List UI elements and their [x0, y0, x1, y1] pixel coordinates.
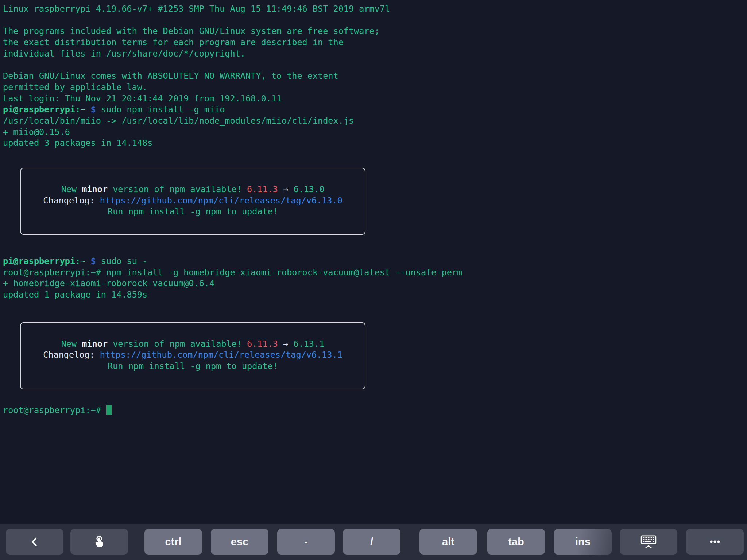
terminal-text-segment: Run npm install -g npm to update!: [108, 361, 278, 371]
key-label: esc: [231, 536, 248, 548]
key-back[interactable]: [6, 529, 63, 555]
terminal-app-screen: Linux raspberrypi 4.19.66-v7+ #1253 SMP …: [0, 0, 747, 560]
terminal-text-segment: 6.13.0: [293, 184, 324, 194]
terminal-line: + miio@0.15.6: [3, 127, 747, 138]
terminal-text-segment: sudo su -: [96, 256, 147, 266]
terminal-text-segment: + miio@0.15.6: [3, 127, 70, 137]
terminal-text-segment: →: [278, 339, 293, 349]
terminal-text-segment: updated 3 packages in 14.148s: [3, 138, 152, 148]
terminal-text-segment: Linux raspberrypi 4.19.66-v7+ #1253 SMP …: [3, 4, 390, 14]
terminal-spacer: [3, 389, 747, 405]
ellipsis-icon: [708, 534, 722, 549]
terminal-text-segment: updated 1 package in 14.859s: [3, 289, 147, 300]
terminal-text-segment: Last login: Thu Nov 21 20:41:44 2019 fro…: [3, 93, 282, 104]
terminal-line: the exact distribution terms for each pr…: [3, 37, 747, 48]
key-more[interactable]: [686, 529, 744, 555]
terminal-text-segment: ~: [80, 256, 85, 266]
terminal-text-segment: the exact distribution terms for each pr…: [3, 37, 344, 47]
terminal-text-segment: →: [278, 184, 293, 194]
terminal-text-segment: New: [61, 184, 82, 194]
key-label: -: [304, 536, 308, 548]
terminal-line: + homebridge-xiaomi-roborock-vacuum@0.6.…: [3, 278, 747, 289]
notice-line: Changelog: https://github.com/npm/cli/re…: [21, 349, 365, 361]
terminal-spacer: [3, 235, 747, 256]
changelog-link[interactable]: https://github.com/npm/cli/releases/tag/…: [100, 350, 342, 360]
terminal-text-segment: :: [75, 256, 80, 266]
keyboard-show-icon: [640, 534, 657, 549]
terminal-text-segment: Debian GNU/Linux comes with ABSOLUTELY N…: [3, 71, 338, 81]
chevron-left-icon: [28, 535, 41, 548]
terminal-line: permitted by applicable law.: [3, 82, 747, 93]
terminal-line: pi@raspberrypi:~ $ sudo su -: [3, 256, 747, 267]
tap-icon: [92, 534, 107, 549]
key-keyboard[interactable]: [620, 529, 677, 555]
terminal-screen[interactable]: Linux raspberrypi 4.19.66-v7+ #1253 SMP …: [0, 0, 747, 524]
terminal-text-segment: minor: [82, 184, 108, 194]
terminal-text-segment: The programs included with the Debian GN…: [3, 26, 380, 36]
terminal-blank-line: [3, 15, 747, 26]
terminal-text-segment: Changelog:: [43, 195, 100, 206]
terminal-text-segment: [85, 256, 90, 266]
notice-line: New minor version of npm available! 6.11…: [21, 184, 365, 195]
key-ctrl[interactable]: ctrl: [144, 529, 202, 555]
terminal-text-segment: pi@raspberrypi: [3, 104, 75, 114]
key-label: ctrl: [165, 536, 181, 548]
notice-line: Run npm install -g npm to update!: [21, 361, 365, 372]
terminal-text-segment: sudo npm install -g miio: [96, 104, 225, 114]
key-esc[interactable]: esc: [211, 529, 268, 555]
terminal-text-segment: version of npm available!: [108, 339, 247, 349]
terminal-blank-line: [3, 59, 747, 70]
terminal-text-segment: $: [91, 256, 96, 266]
key-ins[interactable]: ins: [554, 529, 612, 555]
key-slash[interactable]: /: [343, 529, 400, 555]
terminal-text-segment: + homebridge-xiaomi-roborock-vacuum@0.6.…: [3, 278, 214, 288]
npm-update-notice-box: New minor version of npm available! 6.11…: [20, 168, 365, 235]
terminal-line: individual files in /usr/share/doc/*/cop…: [3, 48, 747, 59]
key-alt[interactable]: alt: [419, 529, 477, 555]
terminal-text-segment: root@raspberrypi:~# npm install -g homeb…: [3, 267, 462, 277]
key-tab[interactable]: tab: [487, 529, 545, 555]
terminal-text-segment: individual files in /usr/share/doc/*/cop…: [3, 48, 245, 59]
terminal-text-segment: [85, 104, 90, 114]
key-label: alt: [442, 536, 454, 548]
terminal-text-segment: pi@raspberrypi: [3, 256, 75, 266]
changelog-link[interactable]: https://github.com/npm/cli/releases/tag/…: [100, 195, 342, 206]
terminal-line: root@raspberrypi:~# npm install -g homeb…: [3, 267, 747, 278]
terminal-text-segment: permitted by applicable law.: [3, 82, 147, 92]
terminal-line: updated 1 package in 14.859s: [3, 289, 747, 300]
terminal-spacer: [3, 149, 747, 168]
terminal-text-segment: version of npm available!: [108, 184, 247, 194]
terminal-text-segment: Changelog:: [43, 350, 100, 360]
terminal-line: Debian GNU/Linux comes with ABSOLUTELY N…: [3, 70, 747, 82]
key-label: tab: [508, 536, 524, 548]
key-dash[interactable]: -: [277, 529, 335, 555]
block-cursor: [106, 405, 112, 415]
terminal-text-segment: minor: [82, 339, 108, 349]
terminal-text-segment: Run npm install -g npm to update!: [108, 206, 278, 217]
terminal-text-segment: root@raspberrypi:~#: [3, 405, 106, 415]
notice-line: Changelog: https://github.com/npm/cli/re…: [21, 195, 365, 206]
npm-update-notice-box: New minor version of npm available! 6.11…: [20, 322, 365, 389]
notice-line: Run npm install -g npm to update!: [21, 206, 365, 217]
terminal-spacer: [3, 300, 747, 322]
key-label: /: [370, 536, 373, 548]
terminal-text-segment: 6.11.3: [247, 339, 278, 349]
terminal-line: pi@raspberrypi:~ $ sudo npm install -g m…: [3, 104, 747, 115]
terminal-text-segment: ~: [80, 104, 85, 114]
terminal-text-segment: 6.11.3: [247, 184, 278, 194]
terminal-text-segment: /usr/local/bin/miio -> /usr/local/lib/no…: [3, 116, 354, 126]
terminal-line: Linux raspberrypi 4.19.66-v7+ #1253 SMP …: [3, 3, 747, 15]
terminal-text-segment: New: [61, 339, 82, 349]
key-label: ins: [575, 536, 591, 548]
terminal-text-segment: :: [75, 104, 80, 114]
accessory-key-toolbar: ctrlesc-/alttabins: [0, 524, 747, 560]
terminal-text-segment: $: [91, 104, 96, 114]
terminal-line: Last login: Thu Nov 21 20:41:44 2019 fro…: [3, 93, 747, 104]
terminal-line: updated 3 packages in 14.148s: [3, 137, 747, 149]
terminal-line: root@raspberrypi:~#: [3, 405, 747, 416]
terminal-line: /usr/local/bin/miio -> /usr/local/lib/no…: [3, 115, 747, 127]
notice-line: New minor version of npm available! 6.11…: [21, 338, 365, 350]
terminal-line: The programs included with the Debian GN…: [3, 26, 747, 37]
terminal-text-segment: 6.13.1: [293, 339, 324, 349]
key-tap[interactable]: [70, 529, 128, 555]
